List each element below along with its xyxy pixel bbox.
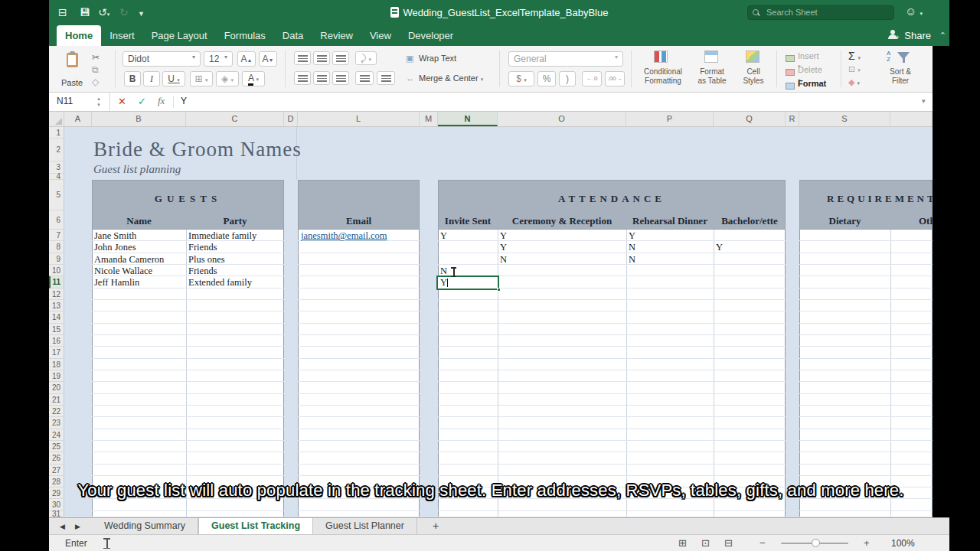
search-input[interactable]: Search Sheet [747,5,894,20]
column-header-R[interactable]: R [786,112,799,126]
requirements-table-area[interactable] [799,230,933,517]
comma-format-button[interactable]: ) [559,71,576,86]
zoom-in-button[interactable]: + [864,535,870,551]
cell-invite-row10[interactable]: N [440,266,495,276]
cell-name-row8[interactable]: John Jones [94,242,184,253]
cell-name-row10[interactable]: Nicole Wallace [94,266,184,276]
share-button[interactable]: + Share [888,25,931,46]
row-header-16[interactable]: 16 [49,335,64,347]
column-header-partial[interactable] [890,112,933,126]
number-format-select[interactable]: General▾ [508,51,623,67]
cut-icon[interactable]: ✂ [92,52,100,63]
underline-button[interactable]: U ▾ [162,71,185,86]
align-right-button[interactable] [332,71,349,85]
ribbon-tab-page-layout[interactable]: Page Layout [143,25,216,46]
cell-name-row9[interactable]: Amanda Cameron [94,254,184,265]
spreadsheet-grid[interactable]: 1234567891011121314151617181920212223242… [49,127,949,517]
cell-ceremony-row7[interactable]: Y [500,230,624,241]
row-header-13[interactable]: 13 [49,300,64,311]
font-color-button[interactable]: A ▾ [242,71,265,86]
row-header-8[interactable]: 8 [49,241,64,253]
row-header-19[interactable]: 19 [49,370,64,382]
confirm-entry-icon[interactable]: ✓ [138,96,146,107]
format-painter-icon[interactable]: ◇ [92,77,99,87]
cell-party-row8[interactable]: Friends [188,242,282,253]
row-header-24[interactable]: 24 [49,429,64,441]
copy-icon[interactable]: ⧉ [92,64,99,75]
row-header-2[interactable]: 2 [49,139,64,161]
row-header-18[interactable]: 18 [49,359,64,370]
cell-email-row7[interactable]: janesmith@email.com [301,230,417,241]
autosum-button[interactable]: Σ ▾ [848,50,861,62]
ribbon-tab-data[interactable]: Data [274,25,312,46]
cancel-entry-icon[interactable]: ✕ [118,96,126,107]
ribbon-tab-view[interactable]: View [361,25,400,46]
row-header-23[interactable]: 23 [49,417,64,429]
row-header-7[interactable]: 7 [49,230,64,241]
row-header-31[interactable]: 31 [49,511,64,517]
row-header-17[interactable]: 17 [49,347,64,359]
row-header-25[interactable]: 25 [49,441,64,452]
cell-name-row7[interactable]: Jane Smith [94,230,184,241]
cell-party-row11[interactable]: Extended family [188,277,282,289]
cell-rehearsal-row9[interactable]: N [629,254,711,265]
fill-color-button[interactable]: ◈ ▾ [216,71,239,86]
row-header-12[interactable]: 12 [49,289,64,300]
align-top-button[interactable] [294,51,311,65]
percent-format-button[interactable]: % [537,71,556,86]
clear-button[interactable]: ◆ ▾ [848,77,860,87]
row-header-26[interactable]: 26 [49,452,64,465]
column-header-L[interactable]: L [298,112,420,126]
delete-cells-button[interactable]: Delete ▾ [786,65,798,79]
ribbon-tab-developer[interactable]: Developer [400,25,462,46]
row-header-4[interactable]: 4 [49,174,64,180]
cell-name-row11[interactable]: Jeff Hamlin [94,277,184,289]
zoom-slider-thumb[interactable] [812,539,820,547]
row-header-14[interactable]: 14 [49,311,64,324]
column-header-B[interactable]: B [92,112,186,126]
cell-ceremony-row8[interactable]: Y [500,242,624,253]
row-header-27[interactable]: 27 [49,465,64,476]
align-left-button[interactable] [294,71,311,85]
column-header-S[interactable]: S [799,112,890,126]
ribbon-tab-home[interactable]: Home [57,25,101,46]
cell-party-row7[interactable]: Immediate family [188,230,282,241]
page-layout-view-icon[interactable]: ⊡ [701,537,710,549]
add-sheet-button[interactable]: + [423,518,448,535]
column-header-D[interactable]: D [284,112,298,126]
align-bottom-button[interactable] [332,51,349,65]
select-all-corner[interactable] [49,112,64,126]
increase-font-button[interactable]: A▲ [237,51,256,67]
decrease-font-button[interactable]: A▼ [259,51,277,67]
wrap-text-button[interactable]: Wrap Text [419,54,456,63]
align-middle-button[interactable] [313,51,330,65]
insert-function-icon[interactable]: fx [158,95,165,107]
ribbon-tab-insert[interactable]: Insert [101,25,143,46]
fill-handle[interactable] [497,288,501,292]
increase-indent-button[interactable] [377,71,395,85]
cell-invite-row7[interactable]: Y [440,230,495,241]
zoom-out-button[interactable]: − [760,535,766,551]
row-header-9[interactable]: 9 [49,253,64,265]
feedback-smiley-icon[interactable]: ☺ ▾ [905,5,923,18]
column-header-M[interactable]: M [420,112,438,126]
column-header-O[interactable]: O [498,112,626,126]
column-header-A[interactable]: A [64,112,92,126]
borders-button[interactable]: ⊞ ▾ [190,71,213,86]
decrease-decimal-button[interactable]: .00→ [605,71,625,86]
next-sheet-icon[interactable]: ▶ [75,518,80,535]
row-header-5[interactable]: 5 [49,180,64,210]
row-header-10[interactable]: 10 [49,265,64,276]
format-cells-button[interactable]: Format ▾ [786,79,798,93]
increase-decimal-button[interactable]: ←.0 [582,71,602,86]
ribbon-tab-review[interactable]: Review [312,25,361,46]
name-box[interactable]: N11 ▲▼ [49,93,110,111]
sheet-tab-wedding-summary[interactable]: Wedding Summary [92,518,198,535]
name-box-stepper[interactable]: ▲▼ [96,96,101,108]
currency-format-button[interactable]: $ ▾ [508,71,534,86]
bold-button[interactable]: B [124,71,141,86]
sheet-tab-guest-list-planner[interactable]: Guest List Planner [313,518,417,535]
cell-bachelor-row8[interactable]: Y [716,242,783,253]
italic-button[interactable]: I [143,71,160,86]
column-header-P[interactable]: P [626,112,714,126]
